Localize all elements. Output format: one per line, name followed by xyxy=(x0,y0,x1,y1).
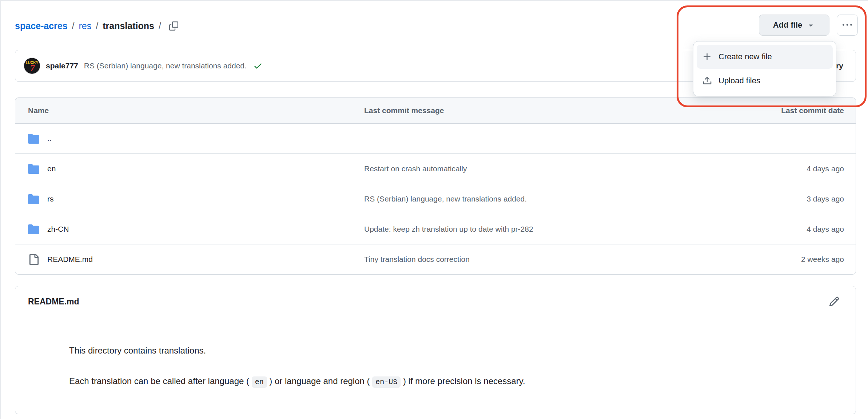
row-commit-date: 3 days ago xyxy=(710,195,856,203)
svg-text:7: 7 xyxy=(30,63,35,73)
add-file-button[interactable]: Add file xyxy=(759,15,829,36)
menu-item-label: Create new file xyxy=(718,52,772,61)
plus-icon xyxy=(702,52,712,61)
avatar[interactable]: LUCKY 7 xyxy=(24,58,40,74)
copy-path-button[interactable] xyxy=(168,20,180,32)
folder-icon xyxy=(28,133,39,144)
file-icon xyxy=(28,254,39,265)
row-commit-message-link[interactable]: Update: keep zh translation up to date w… xyxy=(364,225,533,233)
file-name-link[interactable]: README.md xyxy=(47,255,93,264)
row-commit-message-link[interactable]: RS (Serbian) language, new translations … xyxy=(364,195,527,203)
check-icon xyxy=(253,61,263,71)
column-header-name: Name xyxy=(15,106,364,115)
chevron-down-icon xyxy=(807,21,815,29)
file-name-link[interactable]: .. xyxy=(47,134,52,143)
breadcrumb-separator: / xyxy=(159,21,161,31)
breadcrumb-separator: / xyxy=(96,21,98,31)
column-header-message: Last commit message xyxy=(364,106,710,115)
copy-icon xyxy=(169,21,178,31)
breadcrumb-current: translations xyxy=(103,21,154,31)
inline-code: en-US xyxy=(372,376,401,388)
table-row-parent: .. xyxy=(15,123,856,153)
table-row-en: en Restart on crash automatically 4 days… xyxy=(15,153,856,184)
breadcrumb-repo-link[interactable]: space-acres xyxy=(15,21,68,31)
column-header-date: Last commit date xyxy=(710,106,856,115)
row-commit-message-link[interactable]: Tiny translation docs correction xyxy=(364,255,470,263)
row-commit-date: 4 days ago xyxy=(710,164,856,173)
readme-title: README.md xyxy=(28,297,79,307)
row-commit-date: 4 days ago xyxy=(710,225,856,234)
add-file-dropdown-menu: Create new file Upload files xyxy=(693,41,836,96)
readme-paragraph: This directory contains translations. xyxy=(69,345,834,356)
more-options-button[interactable] xyxy=(837,15,858,36)
commit-status-check[interactable] xyxy=(253,61,263,71)
file-table-header: Name Last commit message Last commit dat… xyxy=(15,98,856,123)
readme-paragraph: Each translation can be called after lan… xyxy=(69,375,834,388)
github-repo-directory-page: space-acres / res / translations / Add f… xyxy=(0,0,868,419)
file-table: Name Last commit message Last commit dat… xyxy=(15,97,856,275)
folder-icon xyxy=(28,224,39,235)
readme-text: ) if more precision is necessary. xyxy=(401,376,525,386)
readme-text: Each translation can be called after lan… xyxy=(69,376,252,386)
commit-message-link[interactable]: RS (Serbian) language, new translations … xyxy=(84,61,247,70)
upload-icon xyxy=(702,76,712,85)
pencil-icon xyxy=(829,296,840,307)
breadcrumb-parent-link[interactable]: res xyxy=(79,21,92,31)
menu-item-upload-files[interactable]: Upload files xyxy=(697,69,833,93)
breadcrumb: space-acres / res / translations / xyxy=(15,18,180,34)
readme-text: ) or language and region ( xyxy=(267,376,373,386)
row-commit-date: 2 weeks ago xyxy=(710,255,856,264)
folder-icon xyxy=(28,193,39,205)
commit-author-link[interactable]: spale777 xyxy=(46,61,78,70)
table-row-readme: README.md Tiny translation docs correcti… xyxy=(15,244,856,274)
menu-item-label: Upload files xyxy=(718,76,760,85)
table-row-zh-CN: zh-CN Update: keep zh translation up to … xyxy=(15,214,856,244)
row-commit-message-link[interactable]: Restart on crash automatically xyxy=(364,164,467,173)
file-name-link[interactable]: zh-CN xyxy=(47,225,69,234)
file-name-link[interactable]: rs xyxy=(47,195,54,203)
lucky7-avatar-image: LUCKY 7 xyxy=(24,58,40,74)
folder-icon xyxy=(28,163,39,175)
add-file-label: Add file xyxy=(773,20,803,30)
inline-code: en xyxy=(252,376,267,388)
breadcrumb-separator: / xyxy=(72,21,75,31)
file-name-link[interactable]: en xyxy=(47,164,56,173)
menu-item-create-new-file[interactable]: Create new file xyxy=(697,45,833,69)
readme-content: This directory contains translations. Ea… xyxy=(15,317,856,388)
readme-header: README.md xyxy=(15,286,856,317)
readme-card: README.md This directory contains transl… xyxy=(15,286,856,414)
table-row-rs: rs RS (Serbian) language, new translatio… xyxy=(15,184,856,214)
kebab-icon xyxy=(843,20,852,30)
edit-readme-button[interactable] xyxy=(827,295,841,308)
